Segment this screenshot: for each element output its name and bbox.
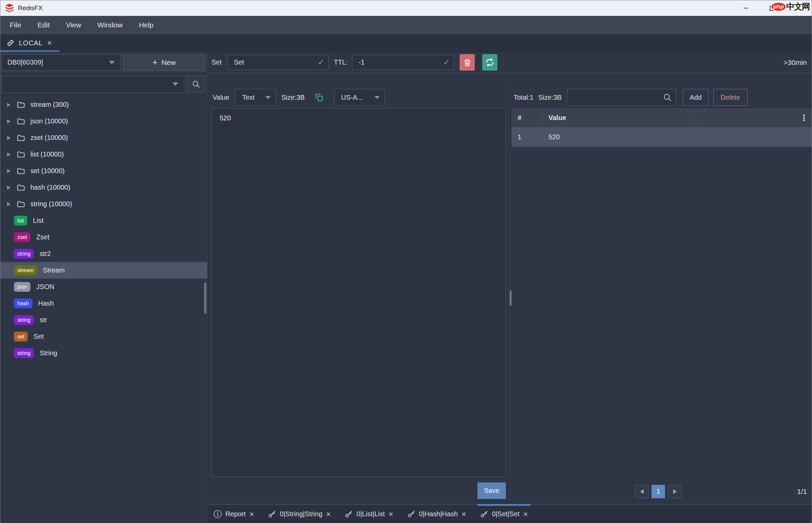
tree-key-str[interactable]: string str [0,312,207,328]
search-button[interactable] [187,76,205,93]
table-row[interactable]: 1 520 [512,127,812,147]
sidebar-scrollbar[interactable] [204,283,206,314]
column-header-index: # [512,108,543,127]
tab-set-set[interactable]: 0|Set|Set × [480,505,528,523]
tab-close-icon[interactable]: × [523,510,528,518]
tree-folder-zset[interactable]: zset (10000) [0,129,207,146]
save-button[interactable]: Save [478,483,506,499]
tab-report[interactable]: ⓘ Report × [214,505,254,523]
tree-folder-string[interactable]: string (10000) [0,196,207,212]
delete-member-button[interactable]: Delete [713,89,748,106]
tab-hash-hash[interactable]: 0|Hash|Hash × [407,505,466,523]
tree-folder-stream[interactable]: stream (300) [0,96,207,113]
db-selector-value: DB0[60309] [7,58,43,66]
sidebar-search-row [0,73,207,95]
db-selector[interactable]: DB0[60309] [2,54,121,71]
type-badge-list: list [14,216,27,226]
encoding-select[interactable]: US-A... [334,89,385,106]
key-name-input[interactable] [227,55,329,70]
tab-list-list[interactable]: 0|List|List × [345,505,393,523]
tab-close-icon[interactable]: × [326,510,331,518]
value-editor[interactable]: 520 [211,108,506,477]
value-toolbar: Value Text Size:3B US-A... [211,73,506,108]
chevron-right-icon[interactable] [7,202,11,206]
folder-icon [16,200,26,209]
tab-local-close-icon[interactable]: × [47,39,52,47]
add-member-button[interactable]: Add [683,89,708,106]
members-total: Total:1 [514,94,534,102]
folder-icon [16,167,26,176]
delete-key-button[interactable] [460,54,475,71]
divider-thumb[interactable] [510,290,512,306]
sidebar: DB0[60309] + New [0,52,207,523]
members-size: Size:3B [538,94,561,102]
ttl-input[interactable] [352,55,454,70]
type-badge-zset: zset [14,232,31,242]
folder-icon [16,133,26,142]
new-key-button[interactable]: + New [123,54,205,71]
key-search-input[interactable] [2,76,184,93]
prev-page-button[interactable] [635,485,648,498]
session-timer: >30min [783,58,807,67]
refresh-key-button[interactable] [482,54,497,71]
chevron-right-icon[interactable] [7,136,11,140]
menu-view[interactable]: View [58,16,89,34]
tree-key-string[interactable]: string String [0,345,207,361]
key-icon [407,510,415,518]
minimize-button[interactable]: − [733,0,759,16]
chevron-right-icon[interactable] [7,103,11,107]
key-icon [480,510,488,518]
page-ratio: 1/1 [797,487,807,495]
table-header: # Value ⋮ [512,108,812,127]
copy-icon[interactable] [314,92,324,103]
bottom-tab-bar: ⓘ Report × 0|String|String × 0|List|List [207,504,812,523]
column-menu-icon[interactable]: ⋮ [800,113,808,123]
php-watermark: php 中文网 [771,1,810,12]
menu-window[interactable]: Window [89,16,131,34]
php-watermark-text: 中文网 [786,1,810,12]
tree-key-stream-selected[interactable]: stream Stream [0,262,207,278]
sidebar-db-row: DB0[60309] + New [0,52,207,73]
tab-close-icon[interactable]: × [462,510,466,518]
tree-key-list[interactable]: list List [0,212,207,229]
chevron-right-icon[interactable] [7,119,11,123]
menu-file[interactable]: File [2,16,30,34]
menu-edit[interactable]: Edit [30,16,58,34]
folder-icon [16,117,26,126]
tab-local[interactable]: LOCAL × [0,34,59,52]
tree-key-zset[interactable]: zset Zset [0,229,207,246]
chevron-right-icon[interactable] [7,169,11,173]
next-page-button[interactable] [668,485,682,498]
chevron-right-icon[interactable] [7,186,11,190]
current-page-button[interactable]: 1 [651,485,665,498]
tab-close-icon[interactable]: × [250,510,254,518]
tree-folder-set[interactable]: set (10000) [0,163,207,179]
tree-key-json[interactable]: json JSON [0,278,207,295]
ttl-label: TTL: [334,58,348,66]
tree-key-set[interactable]: set Set [0,328,207,345]
tab-string-string[interactable]: 0|String|String × [268,505,331,523]
tree-key-str2[interactable]: string str2 [0,246,207,262]
check-icon: ✓ [443,57,450,67]
tree-folder-hash[interactable]: hash (10000) [0,179,207,196]
value-size-label: Size:3B [281,94,305,102]
members-search-input[interactable] [567,89,676,106]
panel-divider[interactable] [509,73,512,504]
tab-close-icon[interactable]: × [389,510,393,518]
app-window: RedisFX − × php 中文网 File Edit View Windo… [0,0,812,523]
key-toolbar: Set ✓ TTL: ✓ [207,52,812,73]
chevron-down-icon [172,83,179,86]
menu-help[interactable]: Help [131,16,162,34]
table-empty-area [512,147,812,479]
view-mode-select[interactable]: Text [235,89,276,106]
tree-folder-list[interactable]: list (10000) [0,146,207,163]
redis-logo-icon [4,3,15,13]
chevron-right-icon[interactable] [7,152,11,157]
search-icon[interactable] [663,93,672,102]
column-header-value: Value [543,108,696,127]
key-icon [345,510,353,518]
tree-key-hash[interactable]: hash Hash [0,295,207,312]
tree-folder-json[interactable]: json (10000) [0,113,207,129]
type-badge-stream: stream [14,265,37,275]
key-icon [268,510,276,518]
